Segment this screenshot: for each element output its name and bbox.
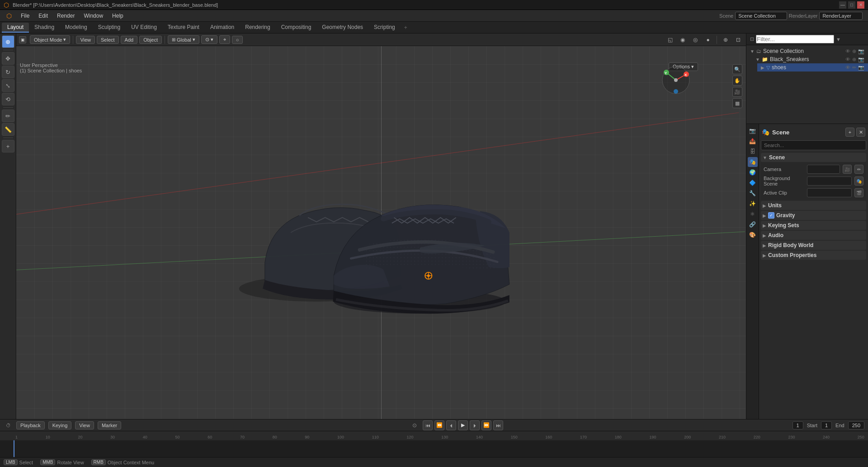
prop-icon-particles[interactable]: ✨ [748,199,758,209]
prop-section-gravity-header[interactable]: ▶ ✓ Gravity [761,211,866,220]
outliner-cursor-icon[interactable]: ⊕ [852,48,856,54]
menu-render[interactable]: Render [52,12,79,20]
camera-pick-btn[interactable]: 🎥 [843,165,852,174]
tool-add[interactable]: + [2,140,14,152]
prop-icon-scene[interactable]: 🎭 [748,157,758,167]
tab-sculpting[interactable]: Sculpting [93,23,126,33]
prop-section-custom-properties-header[interactable]: ▶ Custom Properties [761,251,866,260]
start-frame-input[interactable]: 1 [821,421,832,429]
viewport[interactable]: ▣ Object Mode ▾ View Select Add Object ⊞… [16,33,746,419]
tool-scale[interactable]: ⤡ [2,79,14,92]
step-forward-btn[interactable]: ⏩ [481,420,491,430]
tab-uv-editing[interactable]: UV Editing [126,23,162,33]
outliner-shoes-render-icon[interactable]: 📷 [858,65,864,71]
playback-menu[interactable]: Playback [16,421,45,429]
menu-edit[interactable]: Edit [34,12,52,20]
tool-transform[interactable]: ⟲ [2,93,14,105]
tab-layout[interactable]: Layout [2,23,29,33]
object-mode-dropdown[interactable]: Object Mode ▾ [30,35,70,44]
tab-compositing[interactable]: Compositing [276,23,317,33]
tab-modeling[interactable]: Modeling [60,23,93,33]
play-btn[interactable]: ▶ [458,420,468,430]
prop-icon-constraints[interactable]: 🔗 [748,219,758,229]
viewport-add-menu[interactable]: Add [121,36,138,44]
renderlayer-selector[interactable]: RenderLayer [819,12,863,20]
timeline-view-menu[interactable]: View [75,421,94,429]
outliner-sneakers-cursor-icon[interactable]: ⊕ [852,57,856,62]
minimize-button[interactable]: — [839,1,846,9]
navigation-gizmo[interactable]: Y X [660,64,692,96]
viewport-view-menu[interactable]: View [76,36,95,44]
outliner-shoes-eye-icon[interactable]: 👁 [845,65,850,71]
properties-search-input[interactable] [761,140,866,150]
zoom-in-icon[interactable]: 🔍 [732,64,742,74]
prop-icon-view-layer[interactable]: 🗄 [748,147,758,157]
outliner-sneakers-eye-icon[interactable]: 👁 [845,57,850,62]
menu-window[interactable]: Window [79,12,108,20]
menu-help[interactable]: Help [108,12,128,20]
tab-texture-paint[interactable]: Texture Paint [162,23,205,33]
prop-new-button[interactable]: + [845,128,854,137]
prop-icon-modifier[interactable]: 🔧 [748,188,758,198]
outliner-shoes-edit-icon[interactable]: ✏ [852,65,856,71]
timeline-track[interactable] [0,440,868,457]
outliner-filter-icon[interactable]: ▼ [836,37,841,42]
viewport-shading-solid[interactable]: ◉ [678,35,688,45]
prop-icon-physics[interactable]: ⚛ [748,209,758,219]
outliner-render-icon[interactable]: 📷 [858,48,864,54]
prop-unlink-button[interactable]: ✕ [856,128,865,137]
step-back-btn[interactable]: ⏪ [434,420,444,430]
tab-rendering[interactable]: Rendering [240,23,275,33]
pan-icon[interactable]: ✋ [732,76,742,86]
transform-pivot[interactable]: ⊙ ▾ [201,35,217,44]
prop-icon-object[interactable]: 🔷 [748,178,758,188]
outliner-eye-icon[interactable]: 👁 [845,48,850,54]
menu-file[interactable]: File [16,12,34,20]
tool-cursor[interactable]: ⊕ [2,35,14,48]
outliner-search-input[interactable] [756,35,834,43]
current-frame-input[interactable]: 1 [793,421,803,429]
tab-geometry-nodes[interactable]: Geometry Nodes [316,23,368,33]
viewport-select-menu[interactable]: Select [97,36,119,44]
marker-menu[interactable]: Marker [98,421,121,429]
prop-section-audio-header[interactable]: ▶ Audio [761,231,866,240]
prop-icon-material[interactable]: 🎨 [748,230,758,240]
tool-move[interactable]: ✥ [2,52,14,65]
keying-menu[interactable]: Keying [48,421,72,429]
tool-rotate[interactable]: ↻ [2,66,14,78]
outliner-sneakers-render-icon[interactable]: 📷 [858,57,864,62]
end-frame-input[interactable]: 250 [848,421,864,429]
tab-scripting[interactable]: Scripting [368,23,401,33]
viewport-overlay-toggle[interactable]: ⊕ [721,35,731,45]
camera-view-icon[interactable]: 🎥 [732,87,742,97]
tab-add-button[interactable]: + [401,23,411,32]
tool-measure[interactable]: 📏 [2,123,14,136]
tool-annotate[interactable]: ✏ [2,110,14,122]
play-back-btn[interactable]: ⏴ [446,420,456,430]
prop-section-units-header[interactable]: ▶ Units [761,201,866,210]
snapping-toggle[interactable]: ⌖ [219,35,230,44]
viewport-shading-material[interactable]: ◎ [690,35,700,45]
outliner-scene-collection[interactable]: ▼ 🗂 Scene Collection 👁 ⊕ 📷 [746,47,868,55]
orthographic-icon[interactable]: ▦ [732,98,742,108]
viewport-shading-wireframe[interactable]: ◱ [665,35,675,45]
outliner-black-sneakers[interactable]: ▼ 📁 Black_Sneakers 👁 ⊕ 📷 [752,55,868,63]
transform-orientation[interactable]: ⊞ Global ▾ [168,35,199,44]
tab-animation[interactable]: Animation [205,23,240,33]
active-clip-icon-btn[interactable]: 🎬 [854,188,863,197]
maximize-button[interactable]: □ [848,1,855,9]
gravity-checkbox[interactable]: ✓ [768,212,774,219]
jump-start-btn[interactable]: ⏮ [423,420,433,430]
prop-icon-output[interactable]: 📤 [748,136,758,146]
jump-end-btn[interactable]: ⏭ [493,420,503,430]
menu-blender[interactable]: ⬡ [2,11,16,20]
prop-section-keying-sets-header[interactable]: ▶ Keying Sets [761,221,866,230]
prop-icon-render[interactable]: 📷 [748,126,758,136]
viewport-canvas[interactable]: User Perspective (1) Scene Collection | … [16,46,746,419]
viewport-shading-rendered[interactable]: ● [703,35,713,45]
camera-new-btn[interactable]: ✏ [854,165,863,174]
tab-shading[interactable]: Shading [29,23,60,33]
proportional-editing[interactable]: ○ [232,36,243,44]
background-scene-icon-btn[interactable]: 🎭 [854,176,863,186]
prop-icon-world[interactable]: 🌍 [748,167,758,177]
